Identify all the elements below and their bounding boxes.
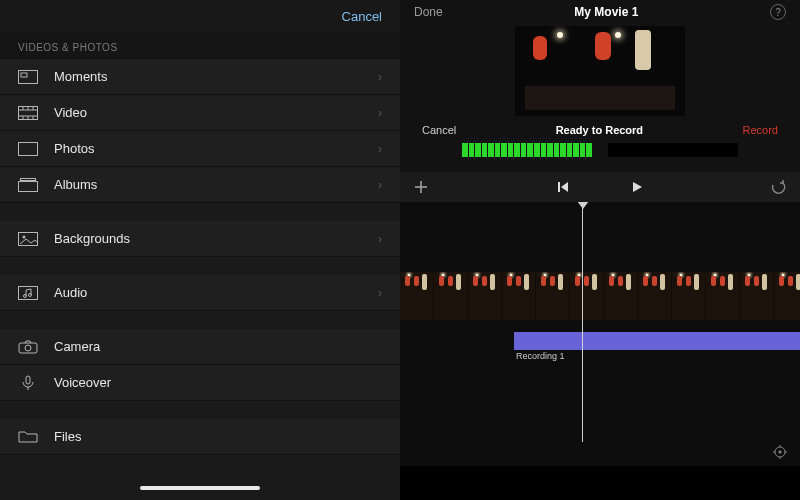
sidebar-item-label: Files: [54, 429, 382, 444]
playhead[interactable]: [582, 202, 583, 442]
chevron-right-icon: ›: [378, 70, 382, 84]
record-status-label: Ready to Record: [556, 124, 643, 136]
clip-thumbnail[interactable]: [502, 272, 536, 320]
video-icon: [18, 105, 38, 121]
voiceover-clip[interactable]: [514, 332, 800, 350]
audio-meter-left: [462, 143, 592, 157]
sidebar-item-backgrounds[interactable]: Backgrounds ›: [0, 221, 400, 257]
editor-titlebar: Done My Movie 1 ?: [400, 0, 800, 24]
clip-thumbnail[interactable]: [400, 272, 434, 320]
sidebar-item-albums[interactable]: Albums ›: [0, 167, 400, 203]
sidebar-item-label: Albums: [54, 177, 362, 192]
svg-point-15: [23, 235, 26, 238]
chevron-right-icon: ›: [378, 232, 382, 246]
clip-thumbnail[interactable]: [774, 272, 800, 320]
record-button[interactable]: Record: [743, 124, 778, 136]
svg-point-29: [779, 451, 782, 454]
folder-icon: [18, 429, 38, 445]
moments-icon: [18, 69, 38, 85]
sidebar-item-label: Moments: [54, 69, 362, 84]
skip-back-button[interactable]: [556, 180, 570, 194]
chevron-right-icon: ›: [378, 142, 382, 156]
albums-icon: [18, 177, 38, 193]
svg-rect-13: [19, 181, 38, 191]
add-media-button[interactable]: [414, 180, 428, 194]
record-cancel-button[interactable]: Cancel: [422, 124, 456, 136]
sidebar-item-label: Photos: [54, 141, 362, 156]
sidebar-cancel-button[interactable]: Cancel: [342, 9, 382, 24]
sidebar-item-audio[interactable]: Audio ›: [0, 275, 400, 311]
imovie-app: Cancel VIDEOS & PHOTOS Moments › Video ›: [0, 0, 800, 500]
svg-rect-14: [19, 232, 38, 245]
media-browser-sidebar: Cancel VIDEOS & PHOTOS Moments › Video ›: [0, 0, 400, 500]
svg-rect-25: [558, 182, 560, 192]
video-track[interactable]: [400, 272, 800, 320]
svg-point-18: [29, 293, 32, 296]
sidebar-item-label: Backgrounds: [54, 231, 362, 246]
svg-rect-16: [19, 286, 38, 299]
bottom-bar: [400, 466, 800, 500]
sidebar-item-label: Video: [54, 105, 362, 120]
backgrounds-icon: [18, 231, 38, 247]
clip-thumbnail[interactable]: [638, 272, 672, 320]
editor-panel: Done My Movie 1 ? Cancel Ready to Record…: [400, 0, 800, 500]
sidebar-item-label: Camera: [54, 339, 382, 354]
timeline-settings-button[interactable]: [772, 444, 788, 460]
clip-thumbnail[interactable]: [740, 272, 774, 320]
chevron-right-icon: ›: [378, 286, 382, 300]
svg-point-20: [25, 345, 31, 351]
clip-thumbnail[interactable]: [672, 272, 706, 320]
voiceover-clip-label: Recording 1: [516, 351, 565, 361]
transport-bar: [400, 172, 800, 202]
chevron-right-icon: ›: [378, 178, 382, 192]
sidebar-item-camera[interactable]: Camera: [0, 329, 400, 365]
preview-area: Done My Movie 1 ? Cancel Ready to Record…: [400, 0, 800, 172]
sidebar-item-moments[interactable]: Moments ›: [0, 59, 400, 95]
project-title[interactable]: My Movie 1: [574, 5, 638, 19]
clip-thumbnail[interactable]: [604, 272, 638, 320]
sidebar-list: Moments › Video › Photos ›: [0, 59, 400, 455]
sidebar-item-photos[interactable]: Photos ›: [0, 131, 400, 167]
sidebar-item-label: Audio: [54, 285, 362, 300]
clip-thumbnail[interactable]: [536, 272, 570, 320]
clip-thumbnail[interactable]: [570, 272, 604, 320]
svg-rect-12: [21, 178, 36, 180]
play-button[interactable]: [630, 180, 644, 194]
microphone-icon: [18, 375, 38, 391]
camera-icon: [18, 339, 38, 355]
clip-thumbnail[interactable]: [468, 272, 502, 320]
audio-meter: [400, 140, 800, 164]
audio-icon: [18, 285, 38, 301]
svg-rect-21: [26, 376, 30, 384]
chevron-right-icon: ›: [378, 106, 382, 120]
clip-thumbnail[interactable]: [434, 272, 468, 320]
timeline[interactable]: Recording 1: [400, 202, 800, 466]
done-button[interactable]: Done: [414, 5, 443, 19]
undo-button[interactable]: [770, 180, 786, 194]
sidebar-item-video[interactable]: Video ›: [0, 95, 400, 131]
sidebar-item-files[interactable]: Files: [0, 419, 400, 455]
audio-meter-right: [608, 143, 738, 157]
sidebar-section-label: VIDEOS & PHOTOS: [0, 32, 400, 59]
svg-marker-26: [561, 182, 568, 192]
record-controls: Cancel Ready to Record Record: [400, 120, 800, 140]
photos-icon: [18, 141, 38, 157]
help-button[interactable]: ?: [770, 4, 786, 20]
sidebar-header: Cancel: [0, 0, 400, 32]
home-indicator[interactable]: [0, 476, 400, 500]
svg-rect-1: [21, 73, 27, 77]
sidebar-item-label: Voiceover: [54, 375, 382, 390]
svg-point-17: [24, 294, 27, 297]
video-preview[interactable]: [515, 26, 685, 116]
svg-marker-27: [633, 182, 642, 192]
sidebar-item-voiceover[interactable]: Voiceover: [0, 365, 400, 401]
svg-rect-11: [19, 142, 38, 155]
clip-thumbnail[interactable]: [706, 272, 740, 320]
